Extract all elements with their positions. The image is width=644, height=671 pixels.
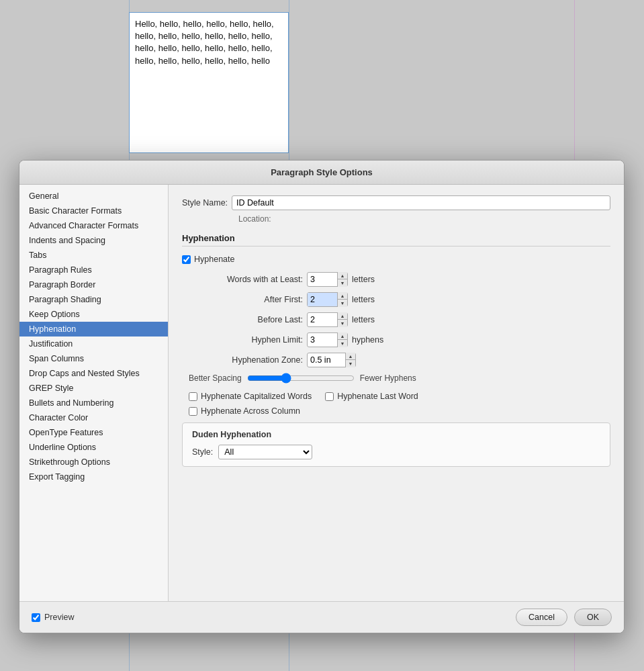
hyphenate-label[interactable]: Hyphenate bbox=[194, 255, 234, 264]
words-with-at-least-up[interactable]: ▲ bbox=[338, 272, 347, 279]
location-label: Location: bbox=[238, 214, 271, 224]
sidebar-item-drop-caps-and-nested-styles[interactable]: Drop Caps and Nested Styles bbox=[19, 366, 168, 381]
slider-label-fewer-hyphens: Fewer Hyphens bbox=[360, 373, 416, 383]
sidebar-item-paragraph-shading[interactable]: Paragraph Shading bbox=[19, 292, 168, 307]
ok-button[interactable]: OK bbox=[574, 609, 612, 626]
hyphenate-across-column-item: Hyphenate Across Column bbox=[189, 406, 300, 416]
before-last-unit: letters bbox=[352, 315, 375, 324]
words-with-at-least-input[interactable] bbox=[308, 273, 337, 286]
words-with-at-least-label: Words with at Least: bbox=[182, 275, 303, 284]
section-heading: Hyphenation bbox=[182, 233, 610, 247]
duden-style-label: Style: bbox=[192, 447, 213, 457]
hyphenate-capitalized-item: Hyphenate Capitalized Words bbox=[189, 392, 312, 401]
after-first-spinner: ▲ ▼ bbox=[307, 292, 348, 307]
hyphenation-zone-label: Hyphenation Zone: bbox=[182, 355, 303, 365]
canvas-text: Hello, hello, hello, hello, hello, hello… bbox=[135, 19, 274, 66]
sidebar-item-underline-options[interactable]: Underline Options bbox=[19, 440, 168, 455]
sidebar-item-justification[interactable]: Justification bbox=[19, 337, 168, 351]
hyphenation-zone-up[interactable]: ▲ bbox=[346, 353, 355, 360]
hyphen-limit-down[interactable]: ▼ bbox=[338, 340, 347, 347]
after-first-label: After First: bbox=[182, 295, 303, 304]
sidebar-item-strikethrough-options[interactable]: Strikethrough Options bbox=[19, 455, 168, 469]
words-with-at-least-row: Words with at Least: ▲ ▼ letters bbox=[182, 272, 610, 287]
sidebar-item-hyphenation[interactable]: Hyphenation bbox=[19, 322, 168, 337]
hyphenation-zone-row: Hyphenation Zone: ▲ ▼ bbox=[182, 353, 610, 367]
hyphenate-capitalized-label[interactable]: Hyphenate Capitalized Words bbox=[201, 392, 312, 401]
words-with-at-least-down[interactable]: ▼ bbox=[338, 279, 347, 287]
before-last-spinner: ▲ ▼ bbox=[307, 312, 348, 327]
sidebar: General Basic Character Formats Advanced… bbox=[19, 185, 169, 601]
hyphenate-last-word-label[interactable]: Hyphenate Last Word bbox=[337, 392, 418, 401]
after-first-input[interactable] bbox=[308, 293, 337, 306]
hyphen-limit-spinner: ▲ ▼ bbox=[307, 332, 348, 347]
hyphenation-slider[interactable] bbox=[247, 373, 355, 384]
slider-label-better-spacing: Better Spacing bbox=[189, 373, 242, 383]
preview-label[interactable]: Preview bbox=[44, 613, 74, 622]
dialog-title: Paragraph Style Options bbox=[19, 161, 624, 185]
hyphen-limit-up[interactable]: ▲ bbox=[338, 332, 347, 340]
sidebar-item-export-tagging[interactable]: Export Tagging bbox=[19, 469, 168, 484]
hyphen-limit-row: Hyphen Limit: ▲ ▼ hyphens bbox=[182, 332, 610, 347]
style-name-label: Style Name: bbox=[182, 198, 228, 208]
hyphenate-checkbox[interactable] bbox=[182, 255, 191, 264]
style-name-row: Style Name: bbox=[182, 195, 610, 210]
sidebar-item-general[interactable]: General bbox=[19, 189, 168, 204]
paragraph-style-options-dialog: Paragraph Style Options General Basic Ch… bbox=[19, 160, 625, 633]
text-frame: Hello, hello, hello, hello, hello, hello… bbox=[129, 12, 289, 153]
hyphen-limit-label: Hyphen Limit: bbox=[182, 335, 303, 345]
location-row: Location: bbox=[238, 214, 610, 224]
duden-section: Duden Hyphenation Style: All Preferred S… bbox=[182, 422, 610, 467]
hyphenate-last-word-item: Hyphenate Last Word bbox=[325, 392, 418, 401]
before-last-down[interactable]: ▼ bbox=[338, 320, 347, 327]
preview-row: Preview bbox=[32, 613, 74, 622]
hyphenate-capitalized-checkbox[interactable] bbox=[189, 392, 197, 401]
cancel-button[interactable]: Cancel bbox=[516, 609, 567, 626]
sidebar-item-opentype-features[interactable]: OpenType Features bbox=[19, 425, 168, 440]
duden-style-row: Style: All Preferred Strict bbox=[192, 445, 600, 459]
sidebar-item-paragraph-rules[interactable]: Paragraph Rules bbox=[19, 263, 168, 277]
sidebar-item-character-color[interactable]: Character Color bbox=[19, 410, 168, 425]
sidebar-item-bullets-and-numbering[interactable]: Bullets and Numbering bbox=[19, 396, 168, 410]
before-last-up[interactable]: ▲ bbox=[338, 312, 347, 320]
after-first-up[interactable]: ▲ bbox=[338, 292, 347, 300]
hyphenate-row: Hyphenate bbox=[182, 255, 610, 264]
duden-style-select[interactable]: All Preferred Strict bbox=[218, 445, 312, 459]
sidebar-item-keep-options[interactable]: Keep Options bbox=[19, 307, 168, 322]
hyphenate-across-column-row: Hyphenate Across Column bbox=[182, 406, 610, 416]
after-first-row: After First: ▲ ▼ letters bbox=[182, 292, 610, 307]
hyphen-limit-unit: hyphens bbox=[352, 335, 383, 345]
hyphenation-zone-input[interactable] bbox=[308, 353, 345, 367]
hyphenation-zone-down[interactable]: ▼ bbox=[346, 360, 355, 367]
sidebar-item-indents-and-spacing[interactable]: Indents and Spacing bbox=[19, 233, 168, 248]
words-with-at-least-unit: letters bbox=[352, 275, 375, 284]
after-first-down[interactable]: ▼ bbox=[338, 300, 347, 307]
hyphen-limit-input[interactable] bbox=[308, 333, 337, 347]
hyphenate-capitalized-row: Hyphenate Capitalized Words Hyphenate La… bbox=[182, 392, 610, 401]
before-last-row: Before Last: ▲ ▼ letters bbox=[182, 312, 610, 327]
hyphenate-across-column-label[interactable]: Hyphenate Across Column bbox=[201, 406, 300, 416]
dialog-body: General Basic Character Formats Advanced… bbox=[19, 185, 624, 601]
sidebar-item-tabs[interactable]: Tabs bbox=[19, 248, 168, 263]
main-content: Style Name: Location: Hyphenation Hyphen… bbox=[169, 185, 624, 601]
sidebar-item-grep-style[interactable]: GREP Style bbox=[19, 381, 168, 396]
after-first-unit: letters bbox=[352, 295, 375, 304]
sidebar-item-paragraph-border[interactable]: Paragraph Border bbox=[19, 277, 168, 292]
hyphenate-across-column-checkbox[interactable] bbox=[189, 407, 197, 416]
hyphenation-slider-row: Better Spacing Fewer Hyphens bbox=[182, 373, 610, 384]
sidebar-item-span-columns[interactable]: Span Columns bbox=[19, 351, 168, 366]
hyphenation-zone-spinner: ▲ ▼ bbox=[307, 353, 356, 367]
sidebar-item-basic-character-formats[interactable]: Basic Character Formats bbox=[19, 204, 168, 218]
duden-title: Duden Hyphenation bbox=[192, 430, 600, 439]
words-with-at-least-spinner: ▲ ▼ bbox=[307, 272, 348, 287]
preview-checkbox[interactable] bbox=[32, 613, 40, 622]
style-name-input[interactable] bbox=[232, 195, 610, 210]
before-last-label: Before Last: bbox=[182, 315, 303, 324]
before-last-input[interactable] bbox=[308, 313, 337, 326]
hyphenate-last-word-checkbox[interactable] bbox=[325, 392, 334, 401]
sidebar-item-advanced-character-formats[interactable]: Advanced Character Formats bbox=[19, 218, 168, 233]
footer-buttons: Cancel OK bbox=[516, 609, 612, 626]
dialog-footer: Preview Cancel OK bbox=[19, 601, 624, 633]
